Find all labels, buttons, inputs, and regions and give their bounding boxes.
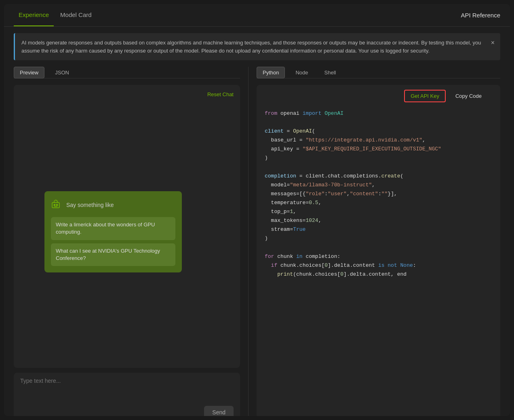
chat-input[interactable] — [20, 378, 234, 402]
svg-point-2 — [57, 205, 58, 206]
panel-tabs: Preview JSON — [14, 67, 240, 78]
tab-model-card[interactable]: Model Card — [55, 4, 97, 26]
nav-tabs: Experience Model Card — [14, 4, 97, 26]
chat-messages: Say something like Write a limerick abou… — [20, 102, 234, 361]
code-actions: Get API Key Copy Code — [398, 85, 494, 107]
text-input-area: Send — [14, 373, 240, 416]
left-panel: Preview JSON Reset Chat — [14, 67, 248, 416]
suggestion-header: Say something like — [51, 199, 175, 211]
suggestion-item-1[interactable]: Write a limerick about the wonders of GP… — [51, 217, 175, 240]
get-api-key-button[interactable]: Get API Key — [404, 90, 446, 102]
suggestion-item-2[interactable]: What can I see at NVIDIA's GPU Technolog… — [51, 243, 175, 266]
tab-preview[interactable]: Preview — [14, 67, 44, 78]
code-display: from openai import OpenAI client = OpenA… — [257, 85, 500, 416]
tab-python[interactable]: Python — [257, 67, 285, 78]
svg-point-1 — [54, 205, 55, 206]
main-content: Preview JSON Reset Chat — [4, 67, 510, 416]
top-nav: Experience Model Card API Reference — [4, 4, 510, 27]
code-tabs: Python Node Shell — [257, 67, 500, 78]
copy-code-button[interactable]: Copy Code — [450, 90, 487, 102]
bot-icon — [51, 199, 62, 211]
suggestion-box: Say something like Write a limerick abou… — [44, 191, 182, 272]
close-icon[interactable]: × — [491, 38, 495, 48]
right-panel: Python Node Shell Get API Key Copy Code — [248, 67, 500, 416]
api-reference-link[interactable]: API Reference — [461, 12, 500, 19]
tab-experience[interactable]: Experience — [14, 4, 54, 26]
tab-json[interactable]: JSON — [49, 67, 75, 78]
tab-shell[interactable]: Shell — [319, 67, 342, 78]
alert-banner: AI models generate responses and outputs… — [14, 33, 500, 60]
reset-chat-button[interactable]: Reset Chat — [20, 91, 234, 97]
svg-rect-0 — [52, 203, 59, 208]
code-wrapper: Get API Key Copy Code from openai import… — [257, 85, 500, 416]
send-button[interactable]: Send — [204, 406, 234, 416]
chat-area: Reset Chat — [14, 85, 240, 368]
tab-node[interactable]: Node — [290, 67, 314, 78]
code-content: from openai import OpenAI client = OpenA… — [265, 109, 492, 279]
